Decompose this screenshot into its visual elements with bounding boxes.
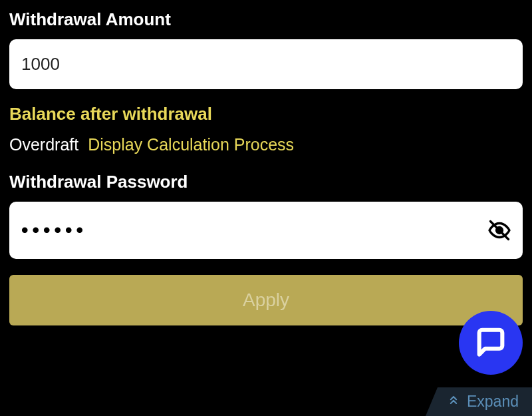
chevron-up-double-icon — [447, 393, 460, 411]
expand-label: Expand — [467, 393, 519, 411]
chat-button[interactable] — [459, 311, 523, 375]
withdrawal-password-label: Withdrawal Password — [9, 172, 523, 192]
chat-icon — [473, 324, 508, 361]
password-container: •••••• — [9, 202, 523, 259]
withdrawal-amount-input[interactable] — [9, 39, 523, 89]
expand-tab[interactable]: Expand — [426, 387, 532, 416]
withdrawal-amount-label: Withdrawal Amount — [9, 9, 523, 30]
apply-button[interactable]: Apply — [9, 275, 523, 325]
eye-off-icon[interactable] — [487, 218, 512, 243]
display-calculation-link[interactable]: Display Calculation Process — [88, 135, 294, 154]
withdrawal-password-input[interactable]: •••••• — [9, 202, 523, 259]
balance-after-withdrawal-label: Balance after withdrawal — [9, 104, 523, 124]
overdraft-row: Overdraft Display Calculation Process — [9, 135, 523, 154]
overdraft-text: Overdraft — [9, 135, 78, 154]
